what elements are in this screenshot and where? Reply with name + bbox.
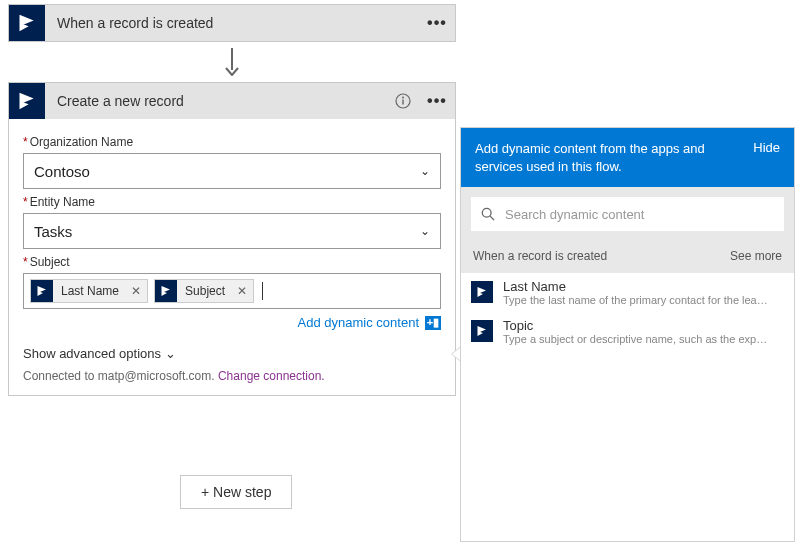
subject-input[interactable]: Last Name ✕ Subject ✕ <box>23 273 441 309</box>
token-label: Subject <box>177 284 231 298</box>
text-caret <box>262 282 263 300</box>
dynamic-item-desc: Type a subject or descriptive name, such… <box>503 333 773 345</box>
dynamic-item-title: Topic <box>503 318 773 333</box>
dynamic-content-panel: Add dynamic content from the apps and se… <box>460 127 795 542</box>
dynamics-icon <box>31 280 53 302</box>
dynamic-search-input[interactable]: Search dynamic content <box>471 197 784 231</box>
token-label: Last Name <box>53 284 125 298</box>
dynamics-icon <box>155 280 177 302</box>
add-dynamic-link[interactable]: Add dynamic content <box>298 315 419 330</box>
connector-arrow <box>8 42 456 82</box>
trigger-title: When a record is created <box>45 15 419 31</box>
chevron-down-icon: ⌄ <box>165 346 176 361</box>
org-value: Contoso <box>34 163 90 180</box>
token-remove-icon[interactable]: ✕ <box>231 284 253 298</box>
dynamic-section-title: When a record is created <box>473 249 607 263</box>
hide-panel-link[interactable]: Hide <box>753 140 780 155</box>
dynamic-token[interactable]: Subject ✕ <box>154 279 254 303</box>
chevron-down-icon: ⌄ <box>420 224 430 238</box>
dynamic-item[interactable]: Topic Type a subject or descriptive name… <box>461 312 794 351</box>
svg-rect-3 <box>402 100 403 105</box>
trigger-card[interactable]: When a record is created ••• <box>8 4 456 42</box>
dynamic-fx-icon[interactable]: +▮ <box>425 316 441 330</box>
org-label: *Organization Name <box>23 135 441 149</box>
svg-line-5 <box>490 216 494 220</box>
info-icon[interactable] <box>387 93 419 109</box>
entity-select[interactable]: Tasks ⌄ <box>23 213 441 249</box>
chevron-down-icon: ⌄ <box>420 164 430 178</box>
org-select[interactable]: Contoso ⌄ <box>23 153 441 189</box>
dynamic-item-desc: Type the last name of the primary contac… <box>503 294 773 306</box>
search-icon <box>481 207 495 221</box>
more-icon[interactable]: ••• <box>419 14 455 32</box>
see-more-link[interactable]: See more <box>730 249 782 263</box>
dynamics-icon <box>9 5 45 41</box>
more-icon[interactable]: ••• <box>419 92 455 110</box>
dynamics-icon <box>471 320 493 342</box>
search-placeholder: Search dynamic content <box>505 207 644 222</box>
token-remove-icon[interactable]: ✕ <box>125 284 147 298</box>
action-card: Create a new record ••• *Organization Na… <box>8 82 456 396</box>
show-advanced-toggle[interactable]: Show advanced options ⌄ <box>23 346 455 361</box>
subject-label: *Subject <box>23 255 441 269</box>
change-connection-link[interactable]: Change connection. <box>218 369 325 383</box>
dynamics-icon <box>471 281 493 303</box>
dynamic-banner-text: Add dynamic content from the apps and se… <box>475 140 735 175</box>
new-step-button[interactable]: + New step <box>180 475 292 509</box>
dynamic-item[interactable]: Last Name Type the last name of the prim… <box>461 273 794 312</box>
svg-point-4 <box>482 208 491 217</box>
dynamics-icon <box>9 83 45 119</box>
connection-info: Connected to matp@microsoft.com. Change … <box>23 369 455 383</box>
entity-value: Tasks <box>34 223 72 240</box>
dynamic-item-title: Last Name <box>503 279 773 294</box>
action-title: Create a new record <box>45 93 387 109</box>
svg-point-2 <box>402 97 404 99</box>
entity-label: *Entity Name <box>23 195 441 209</box>
dynamic-token[interactable]: Last Name ✕ <box>30 279 148 303</box>
